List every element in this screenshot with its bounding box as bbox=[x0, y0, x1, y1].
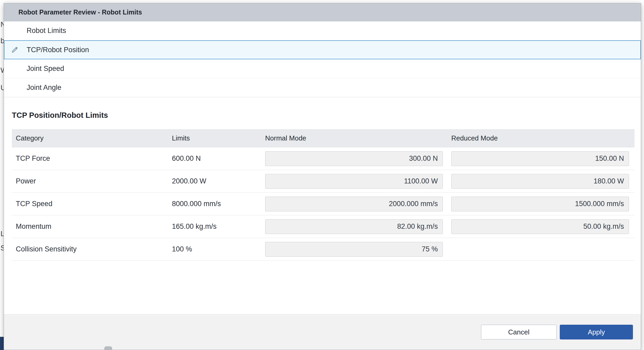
nav-item-label: Joint Speed bbox=[27, 65, 64, 73]
limit-cell: 100 % bbox=[172, 238, 265, 261]
normal-mode-input[interactable] bbox=[265, 219, 443, 234]
header-reduced-mode: Reduced Mode bbox=[451, 129, 635, 147]
underlay-strip: N b W U L S bbox=[0, 0, 4, 350]
limits-table: Category Limits Normal Mode Reduced Mode… bbox=[12, 129, 635, 261]
cancel-button[interactable]: Cancel bbox=[481, 325, 557, 339]
category-cell: Power bbox=[12, 170, 172, 193]
limit-cell: 8000.000 mm/s bbox=[172, 193, 265, 215]
empty-reduced-cell bbox=[451, 238, 635, 261]
header-category: Category bbox=[12, 129, 172, 147]
nav-item-joint-angle[interactable]: Joint Angle bbox=[4, 78, 641, 97]
reduced-mode-input[interactable] bbox=[451, 197, 629, 211]
reduced-mode-input[interactable] bbox=[451, 151, 629, 166]
nav-item-robot-limits[interactable]: Robot Limits bbox=[4, 21, 641, 40]
normal-mode-input[interactable] bbox=[265, 151, 443, 166]
category-cell: Collision Sensitivity bbox=[12, 238, 172, 261]
partial-glyph: S bbox=[1, 244, 4, 252]
partial-glyph: N bbox=[1, 21, 4, 29]
section-title: TCP Position/Robot Limits bbox=[12, 111, 641, 120]
reduced-mode-input[interactable] bbox=[451, 174, 629, 189]
partial-glyph: L bbox=[1, 230, 4, 238]
nav-item-label: TCP/Robot Position bbox=[27, 46, 89, 54]
apply-button[interactable]: Apply bbox=[560, 325, 633, 339]
nav-item-label: Joint Angle bbox=[27, 84, 61, 92]
limit-cell: 2000.00 W bbox=[172, 170, 265, 193]
edit-pencil-icon bbox=[11, 46, 19, 54]
nav-item-joint-speed[interactable]: Joint Speed bbox=[4, 59, 641, 78]
normal-mode-input[interactable] bbox=[265, 242, 443, 257]
category-cell: Momentum bbox=[12, 215, 172, 238]
category-cell: TCP Force bbox=[12, 147, 172, 170]
header-limits: Limits bbox=[172, 129, 265, 147]
header-normal-mode: Normal Mode bbox=[265, 129, 451, 147]
robot-parameter-review-dialog: Robot Parameter Review - Robot Limits Ro… bbox=[4, 3, 641, 350]
partial-glyph: W bbox=[1, 66, 4, 75]
partial-glyph: b bbox=[1, 37, 4, 45]
limit-cell: 600.00 N bbox=[172, 147, 265, 170]
nav-item-label: Robot Limits bbox=[27, 27, 66, 35]
reduced-mode-input[interactable] bbox=[451, 219, 629, 234]
dialog-footer: Cancel Apply bbox=[4, 314, 641, 350]
dialog-title: Robot Parameter Review - Robot Limits bbox=[18, 8, 142, 16]
category-cell: TCP Speed bbox=[12, 193, 172, 215]
underlay-tab bbox=[104, 346, 112, 350]
dialog-title-bar: Robot Parameter Review - Robot Limits bbox=[4, 3, 641, 21]
normal-mode-input[interactable] bbox=[265, 174, 443, 189]
underlay-bottom-bar bbox=[0, 337, 4, 350]
nav-item-tcp-robot-position[interactable]: TCP/Robot Position bbox=[4, 40, 641, 59]
normal-mode-input[interactable] bbox=[265, 197, 443, 211]
partial-glyph: U bbox=[1, 84, 4, 92]
limit-cell: 165.00 kg.m/s bbox=[172, 215, 265, 238]
